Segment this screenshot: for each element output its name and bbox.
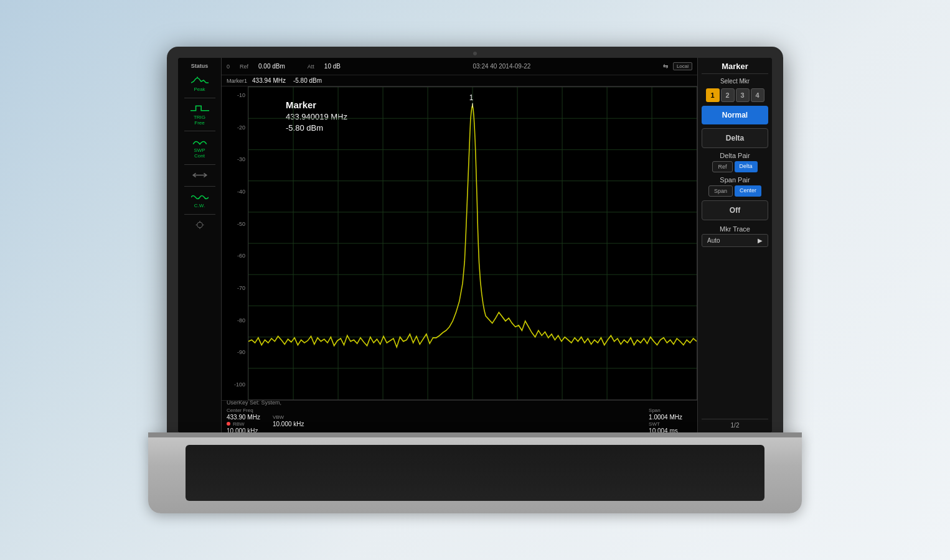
marker-btn-3[interactable]: 3 xyxy=(736,88,750,102)
divider-3 xyxy=(184,164,215,165)
auto-label: Auto xyxy=(707,237,720,244)
span-pair-label: Span Pair xyxy=(702,176,768,184)
panel-title: Marker xyxy=(702,62,768,74)
arrows-icon xyxy=(190,170,209,181)
mkr-trace-label: Mkr Trace xyxy=(702,225,768,233)
center-freq-param: Center Freq 433.90 MHz RBW 10.000 kHz xyxy=(227,408,260,433)
y-tick-8: -90 xyxy=(237,350,245,355)
select-mkr-label: Select Mkr xyxy=(702,78,768,85)
ref-zero: 0 xyxy=(227,63,230,70)
swt-value: 10.004 ms xyxy=(649,427,682,433)
center-freq-label: Center Freq xyxy=(227,408,260,413)
span-param: Span 1.0004 MHz SWT 10.004 ms xyxy=(649,408,682,433)
params-row: Center Freq 433.90 MHz RBW 10.000 kHz VB… xyxy=(227,408,692,433)
marker-nums: 1 2 3 4 xyxy=(702,88,768,102)
y-tick-9: -100 xyxy=(234,382,245,388)
marker-info-bar: Marker1 433.94 MHz -5.80 dBm xyxy=(222,75,697,86)
cw-label: C.W. xyxy=(194,203,205,209)
rbw-value: 10.000 kHz xyxy=(227,427,260,433)
marker-btn-1[interactable]: 1 xyxy=(706,88,720,102)
span-pair-span-btn[interactable]: Span xyxy=(708,185,733,197)
divider-1 xyxy=(184,98,215,98)
att-value: 10 dB xyxy=(324,63,341,70)
svg-point-2 xyxy=(197,222,202,228)
status-swp: SWPCont xyxy=(190,136,209,159)
rbw-label: RBW xyxy=(227,421,260,427)
userkey-text: UserKey Set: System, xyxy=(227,399,692,406)
att-label: Att xyxy=(308,63,314,70)
y-tick-4: -50 xyxy=(237,222,245,227)
header-bar: 0 Ref 0.00 dBm Att 10 dB 03:24 40 2014-0… xyxy=(222,58,697,75)
swp-label: SWPCont xyxy=(194,148,205,159)
status-arrows xyxy=(190,170,209,181)
delta-pair-section: Delta Pair Ref Delta xyxy=(702,152,768,172)
datetime: 03:24 40 2014-09-22 xyxy=(341,63,663,70)
auto-btn[interactable]: Auto ▶ xyxy=(702,234,768,247)
span-pair-center-btn[interactable]: Center xyxy=(735,185,761,197)
rbw-dot xyxy=(227,422,230,426)
right-header: ⇆ Local xyxy=(663,62,692,70)
swp-icon xyxy=(190,136,209,147)
page-indicator: 1/2 xyxy=(702,419,768,429)
arrow-icon: ▶ xyxy=(758,237,763,244)
marker-btn-4[interactable]: 4 xyxy=(751,88,764,102)
footer: UserKey Set: System, Center Freq 433.90 … xyxy=(222,400,697,432)
normal-mode-btn[interactable]: Normal xyxy=(702,106,768,124)
y-axis: -10 -20 -30 -40 -50 -60 -70 -80 -90 -100 xyxy=(222,86,248,400)
screen-inner: Status Peak xyxy=(178,58,772,432)
divider-5 xyxy=(184,214,215,215)
vbw-param: VBW 10.000 kHz xyxy=(273,414,304,427)
span-pair-section: Span Pair Span Center xyxy=(702,176,768,197)
vbw-label: VBW xyxy=(273,414,304,420)
trig-icon xyxy=(190,103,209,114)
delta-pair-ref-btn[interactable]: Ref xyxy=(712,161,732,172)
mkr-trace-section: Mkr Trace Auto ▶ xyxy=(702,225,768,247)
y-tick-2: -30 xyxy=(237,157,245,162)
right-panel: Marker Select Mkr 1 2 3 4 Normal Delta D… xyxy=(697,58,772,432)
camera-dot xyxy=(473,52,477,55)
status-title: Status xyxy=(191,63,209,69)
laptop: Status Peak xyxy=(148,47,802,513)
span-pair-btns: Span Center xyxy=(702,185,768,197)
local-badge: Local xyxy=(673,62,692,70)
divider-2 xyxy=(184,131,215,131)
trig-label: TRIGFree xyxy=(194,115,205,126)
off-mode-btn[interactable]: Off xyxy=(702,200,768,220)
y-tick-5: -60 xyxy=(237,253,245,259)
ref-info: 0 Ref 0.00 dBm Att 10 dB xyxy=(227,63,341,70)
peak-icon xyxy=(190,75,209,86)
vbw-value: 10.000 kHz xyxy=(273,421,304,427)
delta-pair-label: Delta Pair xyxy=(702,152,768,159)
svg-text:1: 1 xyxy=(469,93,474,102)
extra-icon xyxy=(190,220,209,231)
laptop-base xyxy=(148,432,802,513)
marker1-label: Marker1 xyxy=(227,78,247,84)
local-label: Local xyxy=(677,63,689,69)
y-tick-6: -70 xyxy=(237,286,245,291)
status-trig: TRIGFree xyxy=(190,103,209,126)
delta-pair-btns: Ref Delta xyxy=(702,161,768,172)
status-panel: Status Peak xyxy=(178,58,222,432)
y-tick-1: -20 xyxy=(237,125,245,131)
marker-btn-2[interactable]: 2 xyxy=(721,88,735,102)
delta-mode-btn[interactable]: Delta xyxy=(702,128,768,148)
spectrum-svg: 1 xyxy=(248,87,697,399)
ref-value: 0.00 dBm xyxy=(258,63,285,70)
ref-label: Ref xyxy=(240,63,248,70)
marker1-freq: 433.94 MHz xyxy=(252,77,286,84)
span-label: Span xyxy=(649,408,682,413)
status-cw: C.W. xyxy=(190,192,209,209)
swt-label: SWT xyxy=(649,421,682,427)
screen-bezel: Status Peak xyxy=(167,47,783,439)
marker1-level: -5.80 dBm xyxy=(293,77,322,84)
status-extra xyxy=(190,220,209,231)
usb-icon: ⇆ xyxy=(663,63,668,70)
spectrum-chart: Marker 433.940019 MHz -5.80 dBm xyxy=(248,86,697,400)
delta-pair-delta-btn[interactable]: Delta xyxy=(735,161,758,172)
y-tick-3: -40 xyxy=(237,189,245,195)
span-value: 1.0004 MHz xyxy=(649,414,682,421)
y-tick-7: -80 xyxy=(237,318,245,324)
peak-label: Peak xyxy=(194,87,205,93)
divider-4 xyxy=(184,186,215,187)
laptop-hinge xyxy=(148,432,802,437)
